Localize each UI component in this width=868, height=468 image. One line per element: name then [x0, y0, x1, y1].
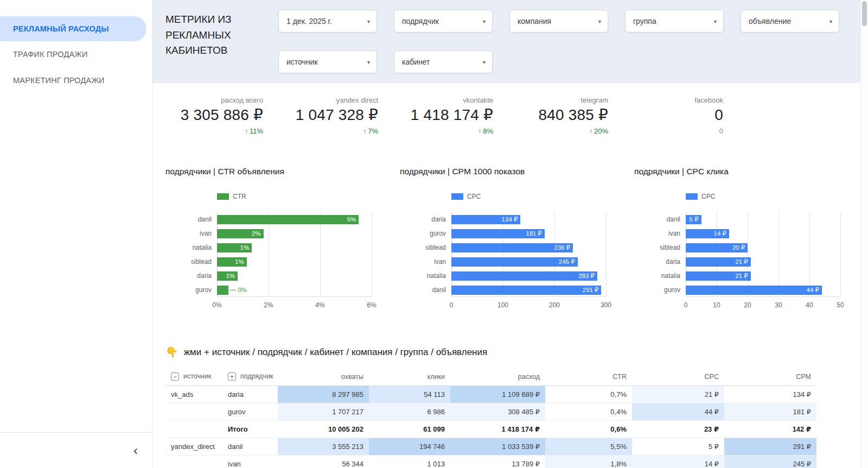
- category-label: gurov: [634, 286, 686, 294]
- scorecard-label: facebook: [626, 96, 723, 104]
- bar-track: 5 ₽: [686, 212, 840, 226]
- contractor-cell: daria: [222, 386, 278, 403]
- sidebar-item-traffic-sales[interactable]: ТРАФИК ПРОДАЖИ: [0, 41, 152, 67]
- sidebar-item-ad-costs[interactable]: РЕКЛАМНЫЙ РАСХОДЫ: [0, 16, 146, 41]
- column-header-spend[interactable]: расход: [450, 368, 545, 386]
- legend-swatch: [451, 193, 463, 200]
- table-section: 👇 жми + источник / подрядчик / кабинет /…: [152, 311, 860, 468]
- chevron-down-icon: ▾: [598, 18, 601, 24]
- category-label: daria: [165, 272, 217, 280]
- bar-danil: 5 ₽: [686, 215, 701, 224]
- bar-daria: 21 ₽: [686, 257, 751, 267]
- x-tick-label: 0: [450, 301, 454, 309]
- bar-danil: 291 ₽: [451, 286, 601, 295]
- bar-natalia: 283 ₽: [451, 271, 597, 281]
- bar-value-label: 283 ₽: [578, 272, 597, 280]
- chevron-down-icon: ▾: [483, 18, 486, 24]
- bar-siblead: 20 ₽: [686, 243, 748, 252]
- bar-natalia: 1%: [217, 243, 252, 252]
- bar-value-label: 0%: [229, 287, 247, 293]
- category-label: gurov: [165, 286, 217, 294]
- scorecards-row: расход всего3 305 886 ₽↑11%yandex direct…: [152, 83, 860, 135]
- bar-daria: 134 ₽: [451, 215, 520, 224]
- chart-plot: danil5 ₽ivan14 ₽siblead20 ₽daria21 ₽nata…: [634, 212, 846, 297]
- chart-row: natalia1%: [165, 241, 377, 255]
- metric-cell: 54 113: [369, 386, 450, 403]
- scorecard-yandex-direct: yandex direct1 047 328 ₽↑7%: [280, 96, 378, 135]
- scrollbar-thumb[interactable]: [862, 1, 867, 26]
- bar-track: 283 ₽: [451, 269, 606, 283]
- filter-contractor[interactable]: подрядчик▾: [394, 10, 493, 33]
- x-tick-label: 4%: [315, 301, 324, 309]
- scorecard-delta: ↑20%: [510, 127, 608, 135]
- table-row: vk_adsdaria8 297 98554 1131 109 689 ₽0,7…: [165, 386, 816, 403]
- column-header-reach[interactable]: охваты: [278, 368, 369, 386]
- column-header-ctr[interactable]: CTR: [545, 368, 632, 386]
- table-heading-text: жми + источник / подрядчик / кабинет / к…: [184, 347, 488, 358]
- filter-cabinet[interactable]: кабинет▾: [394, 50, 493, 73]
- metric-cell: 1 033 539 ₽: [450, 438, 545, 456]
- chart-row: danil291 ₽: [400, 283, 611, 297]
- scrollbar-track[interactable]: [860, 0, 868, 468]
- filter-date-range[interactable]: 1 дек. 2025 г.▾: [278, 10, 377, 33]
- chart-row: gurov44 ₽: [634, 283, 846, 297]
- chart-row: gurov0%: [165, 283, 377, 297]
- metric-cell: 1 109 689 ₽: [450, 386, 545, 403]
- scorecard-delta-value: 20%: [594, 127, 608, 135]
- chart-row: gurov181 ₽: [400, 226, 611, 241]
- scorecard-label: vkontakte: [395, 96, 493, 104]
- chart-legend: CTR: [217, 193, 377, 200]
- scorecard-delta: ↑11%: [165, 127, 263, 135]
- filter-cabinet-label: кабинет: [402, 58, 430, 66]
- arrow-up-icon: ↑: [589, 128, 592, 135]
- filter-ad[interactable]: объявление▾: [741, 10, 839, 33]
- charts-row: подрядчики | CTR объявленияCTRdanil5%iva…: [152, 135, 860, 311]
- metric-cell: 291 ₽: [724, 438, 816, 456]
- bar-track: 21 ₽: [686, 269, 840, 283]
- bar-track: 245 ₽: [451, 255, 606, 269]
- column-header-cpm[interactable]: CPM: [724, 368, 816, 386]
- legend-swatch: [686, 193, 698, 200]
- page-title: МЕТРИКИ ИЗ РЕКЛАМНЫХ КАБИНЕТОВ: [165, 10, 278, 73]
- bar-track: 2%: [217, 226, 372, 241]
- category-label: ivan: [400, 258, 451, 265]
- category-label: danil: [400, 286, 451, 294]
- legend-label: CPC: [467, 193, 481, 200]
- column-header-source[interactable]: −источник: [165, 368, 222, 386]
- bar-value-label: 245 ₽: [559, 258, 578, 265]
- chart-row: siblead236 ₽: [400, 241, 611, 255]
- chart-title: подрядчики | CTR объявления: [165, 167, 377, 176]
- filter-source[interactable]: источник▾: [278, 50, 377, 73]
- column-header-cpc[interactable]: CPC: [632, 368, 724, 386]
- expand-group-icon[interactable]: +: [228, 372, 236, 381]
- bar-track: 236 ₽: [451, 241, 606, 255]
- category-label: gurov: [400, 230, 451, 237]
- filter-bar: МЕТРИКИ ИЗ РЕКЛАМНЫХ КАБИНЕТОВ 1 дек. 20…: [152, 0, 860, 83]
- chart-row: siblead1%: [165, 255, 377, 269]
- bar-value-label: 236 ₽: [554, 244, 573, 251]
- column-header-contractor[interactable]: +подрядчик: [222, 368, 278, 386]
- column-header-label: источник: [183, 372, 211, 380]
- metric-cell: 308 485 ₽: [450, 403, 545, 421]
- column-header-label: CPC: [705, 373, 719, 381]
- metric-cell: 10 005 202: [278, 421, 369, 438]
- filter-group[interactable]: группа▾: [625, 10, 724, 33]
- column-header-label: подрядчик: [240, 372, 273, 380]
- filter-ad-label: объявление: [749, 17, 791, 26]
- scorecard-delta: ↑7%: [280, 127, 378, 135]
- sidebar-item-marketing-sales[interactable]: МАРКЕТИНГ ПРОДАЖИ: [0, 67, 152, 93]
- scorecard-label: расход всего: [165, 96, 263, 104]
- metric-cell: 23 ₽: [632, 421, 724, 438]
- collapse-group-icon[interactable]: −: [171, 372, 179, 381]
- chart-plot: daria134 ₽gurov181 ₽siblead236 ₽ivan245 …: [400, 212, 611, 297]
- filter-company[interactable]: компания▾: [509, 10, 608, 33]
- metric-cell: 181 ₽: [724, 403, 816, 421]
- bar-daria: 1%: [217, 271, 238, 281]
- collapse-sidebar-button[interactable]: ‹: [133, 444, 138, 457]
- bar-value-label: 2%: [252, 230, 264, 237]
- filter-contractor-label: подрядчик: [402, 17, 439, 26]
- x-tick-label: 200: [549, 301, 560, 309]
- metric-cell: 21 ₽: [632, 386, 724, 403]
- column-header-clicks[interactable]: клики: [369, 368, 450, 386]
- chart-row: daria1%: [165, 269, 377, 283]
